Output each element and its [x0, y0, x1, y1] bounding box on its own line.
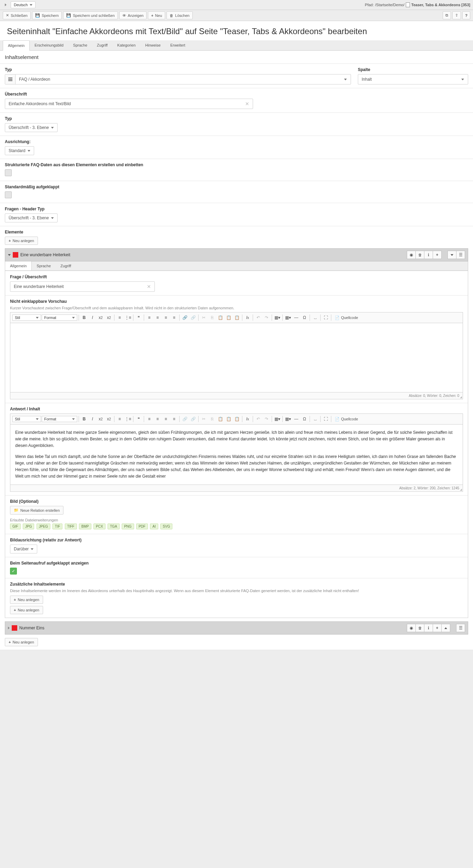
collapse-handle[interactable] — [3, 2, 9, 7]
rte-maximize[interactable]: ⛶ — [322, 314, 330, 321]
rte-table[interactable]: ▦▾ — [284, 314, 292, 321]
tab-erweitert[interactable]: Erweitert — [165, 40, 190, 50]
record-header[interactable]: Eine wunderbare Heiterkeit — [5, 248, 468, 261]
rte-specialchar[interactable]: Ω — [301, 314, 308, 321]
column-select[interactable]: Inhalt — [358, 74, 468, 84]
new-button[interactable]: Neu — [148, 11, 165, 19]
rte-align-left[interactable]: ≡ — [145, 415, 153, 423]
help-button[interactable] — [462, 11, 470, 19]
add-record-button[interactable] — [433, 624, 442, 632]
sub-tab-sprache[interactable]: Sprache — [32, 261, 56, 270]
add-record-button[interactable] — [433, 251, 442, 259]
new-relation-button[interactable]: Neue Relation erstellen — [10, 506, 63, 515]
save-close-button[interactable]: Speichern und schließen — [63, 11, 118, 19]
clear-icon[interactable] — [147, 284, 151, 289]
rte-blockquote[interactable]: ❝ — [135, 415, 142, 423]
rte-ordered-list[interactable]: ≡ — [116, 314, 123, 321]
rte-superscript[interactable]: x2 — [105, 415, 113, 423]
collapse-toggle-icon[interactable] — [8, 254, 11, 256]
rte-paste[interactable]: 📋 — [217, 314, 224, 321]
rte-hr[interactable]: — — [292, 314, 300, 321]
sub-tab-zugriff[interactable]: Zugriff — [56, 261, 76, 270]
rte-bold[interactable]: B — [80, 415, 88, 423]
rte-style-select[interactable]: Stil — [12, 315, 41, 321]
new-element-button[interactable]: Neu anlegen — [5, 638, 38, 646]
rte-paste-text[interactable]: 📋 — [225, 314, 232, 321]
share-button[interactable] — [452, 11, 461, 19]
rte-align-left[interactable]: ≡ — [145, 314, 153, 321]
open-on-load-checkbox[interactable] — [10, 568, 17, 575]
default-open-checkbox[interactable] — [5, 191, 12, 198]
clear-icon[interactable] — [245, 101, 249, 107]
question-input[interactable] — [14, 284, 147, 289]
rte-copy[interactable]: ⎘ — [208, 314, 216, 321]
rte-insert-block[interactable]: ▦▾ — [273, 314, 281, 321]
rte-italic[interactable]: I — [89, 314, 96, 321]
rte-subscript[interactable]: x2 — [97, 314, 104, 321]
rte-cut[interactable]: ✂ — [200, 415, 208, 423]
toggle-visibility-button[interactable] — [407, 624, 416, 632]
answer-rte-content[interactable]: Eine wunderbare Heiterkeit hat meine gan… — [10, 425, 463, 485]
rte-ordered-list[interactable]: ≡ — [116, 415, 123, 423]
rte-style-select[interactable]: Stil — [12, 416, 41, 422]
rte-unordered-list[interactable]: ⋮≡ — [124, 415, 132, 423]
rte-undo[interactable]: ↶ — [254, 314, 262, 321]
rte-cut[interactable]: ✂ — [200, 314, 208, 321]
rte-italic[interactable]: I — [89, 415, 96, 423]
rte-align-justify[interactable]: ≡ — [170, 314, 178, 321]
tab-kategorien[interactable]: Kategorien — [112, 40, 140, 50]
drag-handle[interactable] — [456, 251, 465, 259]
language-select[interactable]: Deutsch — [11, 1, 36, 8]
rte-format-select[interactable]: Format — [42, 315, 77, 321]
rte-redo[interactable]: ↷ — [263, 314, 270, 321]
toggle-visibility-button[interactable] — [407, 251, 416, 259]
image-align-select[interactable]: Darüber — [10, 545, 37, 553]
rte-unlink[interactable]: 🔗 — [189, 314, 197, 321]
move-down-button[interactable] — [447, 251, 456, 259]
tab-allgemein[interactable]: Allgemein — [3, 40, 30, 51]
rte-softhyphen[interactable]: ⎵ — [311, 415, 319, 423]
tab-sprache[interactable]: Sprache — [68, 40, 92, 50]
tab-zugriff[interactable]: Zugriff — [92, 40, 112, 50]
type-select[interactable]: FAQ / Akkordeon — [5, 74, 351, 84]
align-select[interactable]: Standard — [5, 146, 34, 155]
drag-handle[interactable] — [456, 624, 465, 632]
rte-paste-word[interactable]: 📋 — [233, 314, 241, 321]
rte-redo[interactable]: ↷ — [263, 415, 270, 423]
rte-align-center[interactable]: ≡ — [154, 415, 161, 423]
rte-align-center[interactable]: ≡ — [154, 314, 161, 321]
preview-rte-content[interactable] — [10, 323, 463, 392]
rte-paste-word[interactable]: 📋 — [233, 415, 241, 423]
save-button[interactable]: Speichern — [32, 11, 62, 19]
rte-undo[interactable]: ↶ — [254, 415, 262, 423]
faq-struct-checkbox[interactable] — [5, 169, 12, 176]
rte-superscript[interactable]: x2 — [105, 314, 113, 321]
new-additional-button[interactable]: Neu anlegen — [10, 596, 43, 604]
new-element-button[interactable]: Neu anlegen — [5, 237, 38, 245]
rte-align-right[interactable]: ≡ — [162, 314, 170, 321]
rte-link[interactable]: 🔗 — [181, 314, 189, 321]
rte-remove-format[interactable]: Ix — [244, 314, 251, 321]
new-additional-button[interactable]: Neu anlegen — [10, 606, 43, 614]
move-up-button[interactable] — [441, 624, 450, 632]
open-window-button[interactable] — [443, 11, 451, 19]
delete-button[interactable]: Löschen — [167, 11, 193, 19]
rte-subscript[interactable]: x2 — [97, 415, 104, 423]
info-button[interactable] — [424, 624, 433, 632]
rte-paste-text[interactable]: 📋 — [225, 415, 232, 423]
rte-insert-block[interactable]: ▦▾ — [273, 415, 281, 423]
delete-record-button[interactable] — [415, 251, 424, 259]
info-button[interactable] — [424, 251, 433, 259]
rte-source-button[interactable]: 📄Quellcode — [333, 416, 360, 422]
heading-input[interactable] — [9, 101, 245, 106]
rte-remove-format[interactable]: Ix — [244, 415, 251, 423]
rte-bold[interactable]: B — [80, 314, 88, 321]
rte-unordered-list[interactable]: ⋮≡ — [124, 314, 132, 321]
rte-link[interactable]: 🔗 — [181, 415, 189, 423]
delete-record-button[interactable] — [415, 624, 424, 632]
rte-softhyphen[interactable]: ⎵ — [311, 314, 319, 321]
rte-align-right[interactable]: ≡ — [162, 415, 170, 423]
rte-copy[interactable]: ⎘ — [208, 415, 216, 423]
record-header[interactable]: Nummer Eins — [5, 621, 468, 635]
rte-align-justify[interactable]: ≡ — [170, 415, 178, 423]
